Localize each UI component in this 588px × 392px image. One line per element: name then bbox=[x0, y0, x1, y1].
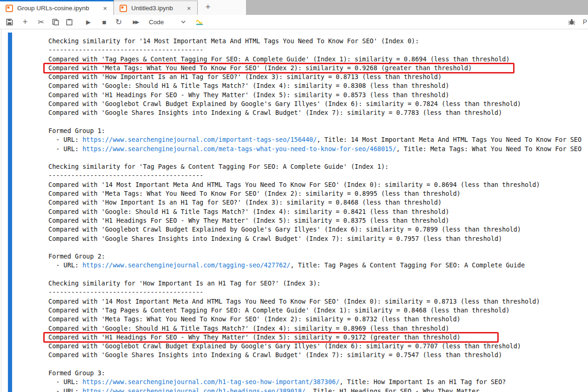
output-line bbox=[48, 270, 581, 279]
close-icon[interactable]: × bbox=[185, 4, 193, 13]
output-line: - URL: https://www.searchenginejournal.c… bbox=[48, 378, 581, 386]
highlight-box bbox=[43, 332, 499, 343]
add-cell-button[interactable]: + bbox=[19, 16, 32, 28]
output-line: Compared with 'Google: Should H1 & Title… bbox=[48, 324, 581, 333]
output-line: Compared with 'Googlebot Crawl Budget Ex… bbox=[48, 100, 581, 108]
output-line: Checking similarity for '14 Most Importa… bbox=[48, 37, 581, 46]
output-line: Compared with 'Meta Tags: What You Need … bbox=[48, 64, 581, 73]
notebook-toolbar: + ✂ ▶ ■ ↻ ▶▶ Code P bbox=[0, 15, 588, 29]
output-line: - URL: https://www.searchenginejournal.c… bbox=[48, 135, 581, 144]
output-line: Compared with '14 Most Important Meta An… bbox=[48, 180, 581, 189]
output-line: Compared with 'Tag Pages & Content Taggi… bbox=[48, 306, 581, 315]
tab-bar-empty bbox=[247, 0, 588, 15]
output-line: Compared with 'Tag Pages & Content Taggi… bbox=[48, 55, 581, 64]
output-line: - URL: https://www.searchenginejournal.c… bbox=[48, 387, 581, 392]
output-line: Compared with 'Meta Tags: What You Need … bbox=[48, 189, 581, 198]
save-button[interactable] bbox=[3, 16, 16, 28]
url-title: , Title: H1 Headings For SEO - Why They … bbox=[306, 387, 480, 392]
url-link[interactable]: https://www.searchenginejournal.com/meta… bbox=[82, 145, 396, 153]
chevron-down-icon[interactable] bbox=[180, 20, 186, 24]
paste-cells-button[interactable] bbox=[63, 16, 76, 28]
url-link[interactable]: https://www.searchenginejournal.com/h1-t… bbox=[82, 378, 340, 385]
output-line: Compared with 'Meta Tags: What You Need … bbox=[48, 315, 581, 324]
output-line bbox=[48, 360, 581, 369]
output-line: Compared with 'Google Shares Insights in… bbox=[48, 234, 581, 243]
output-line: - URL: https://www.searchenginejournal.c… bbox=[48, 261, 581, 270]
output-line bbox=[48, 153, 581, 162]
new-tab-button[interactable]: + bbox=[198, 2, 210, 13]
output-line bbox=[48, 118, 581, 126]
output-line: ----------------------------------------… bbox=[48, 171, 581, 180]
output-line: Compared with 'How Important Is an H1 Ta… bbox=[48, 73, 581, 81]
url-title: , Title: Tag Pages & Content Tagging For… bbox=[290, 261, 525, 269]
close-icon[interactable]: × bbox=[101, 4, 109, 13]
output-line bbox=[48, 243, 581, 252]
output-line: Compared with 'H1 Headings For SEO - Why… bbox=[48, 333, 581, 342]
url-link[interactable]: https://www.searchenginejournal.com/h1-h… bbox=[82, 387, 306, 392]
restart-kernel-button[interactable]: ↻ bbox=[112, 16, 125, 28]
output-line: Compared with 'Google: Should H1 & Title… bbox=[48, 81, 581, 90]
active-cell-bar[interactable] bbox=[8, 33, 12, 392]
tab-untitled3[interactable]: Untitled3.ipynb × bbox=[114, 0, 198, 15]
kernel-name-label[interactable]: P bbox=[583, 18, 587, 26]
tab-group-urls-cosine[interactable]: Group URLs-cosine.ipynb × bbox=[0, 0, 114, 15]
copy-cells-button[interactable] bbox=[49, 16, 62, 28]
run-button[interactable]: ▶ bbox=[82, 16, 95, 28]
url-title: , Title: Meta Tags: What You Need To Kno… bbox=[396, 145, 581, 153]
url-prefix: - URL: bbox=[48, 261, 82, 269]
notebook-icon bbox=[6, 5, 13, 12]
output-line: Compared with '14 Most Important Meta An… bbox=[48, 297, 581, 306]
output-line: Formed Group 1: bbox=[48, 126, 581, 135]
output-line: Compared with 'Google Shares Insights in… bbox=[48, 108, 581, 117]
output-line: Compared with 'H1 Headings For SEO - Why… bbox=[48, 216, 581, 225]
notebook-content: Checking similarity for '14 Most Importa… bbox=[0, 29, 588, 392]
url-prefix: - URL: bbox=[48, 387, 82, 392]
output-area: Checking similarity for '14 Most Importa… bbox=[48, 37, 581, 392]
new-tab-zone: + bbox=[198, 0, 247, 15]
url-link[interactable]: https://www.searchenginejournal.com/impo… bbox=[82, 136, 317, 143]
highlight-box bbox=[43, 63, 514, 73]
notebook-icon bbox=[120, 5, 127, 12]
output-line: ----------------------------------------… bbox=[48, 46, 581, 54]
output-line: Formed Group 2: bbox=[48, 252, 581, 261]
url-title: , Title: 14 Most Important Meta And HTML… bbox=[317, 136, 581, 143]
output-line: Compared with 'Google Shares Insights in… bbox=[48, 351, 581, 359]
tab-label: Untitled3.ipynb bbox=[131, 5, 173, 12]
url-title: , Title: How Important Is an H1 Tag for … bbox=[340, 378, 506, 385]
stop-button[interactable]: ■ bbox=[98, 16, 111, 28]
tab-bar: Group URLs-cosine.ipynb × Untitled3.ipyn… bbox=[0, 0, 588, 15]
output-line: Compared with 'Google: Should H1 & Title… bbox=[48, 207, 581, 216]
nbdime-diff-icon[interactable] bbox=[194, 16, 207, 28]
tab-label: Group URLs-cosine.ipynb bbox=[17, 5, 89, 12]
output-line: Formed Group 3: bbox=[48, 369, 581, 378]
cell-type-dropdown[interactable]: Code bbox=[149, 19, 164, 26]
left-edge-divider bbox=[1, 29, 1, 392]
url-prefix: - URL: bbox=[48, 145, 82, 153]
debug-icon[interactable] bbox=[568, 18, 575, 26]
output-line: Checking similarity for 'Tag Pages & Con… bbox=[48, 162, 581, 171]
output-line: Compared with 'Googlebot Crawl Budget Ex… bbox=[48, 225, 581, 234]
restart-run-all-button[interactable]: ▶▶ bbox=[129, 16, 143, 28]
output-line: - URL: https://www.searchenginejournal.c… bbox=[48, 145, 581, 153]
output-line: Compared with 'How Important Is an H1 Ta… bbox=[48, 198, 581, 207]
url-prefix: - URL: bbox=[48, 136, 82, 143]
output-line: Compared with 'Googlebot Crawl Budget Ex… bbox=[48, 342, 581, 351]
cut-cells-button[interactable]: ✂ bbox=[34, 16, 47, 28]
toolbar-right-group: P bbox=[568, 18, 588, 26]
output-line: Compared with 'H1 Headings For SEO - Why… bbox=[48, 91, 581, 100]
url-prefix: - URL: bbox=[48, 378, 82, 385]
output-line: ----------------------------------------… bbox=[48, 288, 581, 297]
output-line: Checking similarity for 'How Important I… bbox=[48, 279, 581, 288]
url-link[interactable]: https://www.searchenginejournal.com/tagg… bbox=[82, 261, 290, 269]
